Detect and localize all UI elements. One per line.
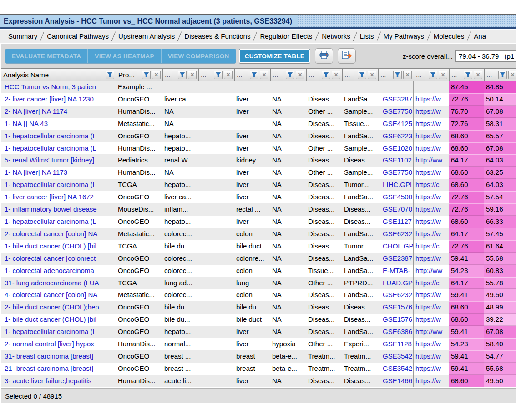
- cell-dataset-id[interactable]: GSE2387: [378, 253, 414, 265]
- filter-funnel-icon[interactable]: [358, 71, 366, 79]
- cell-dataset-id[interactable]: LUAD.GP: [378, 277, 414, 289]
- column-header-analysis-name[interactable]: Analysis Name: [1, 68, 116, 81]
- cell-dataset-url[interactable]: https://w: [414, 375, 449, 387]
- cell-analysis-name[interactable]: 1- liver cancer [liver] NA 1672: [1, 191, 116, 203]
- filter-funnel-icon[interactable]: [393, 71, 402, 79]
- cell-analysis-name[interactable]: 1- bile duct cancer (CHOL) [bil: [1, 240, 116, 253]
- cell-dataset-id[interactable]: GSE1576: [378, 301, 414, 314]
- filter-funnel-icon[interactable]: [498, 71, 507, 79]
- cell-analysis-name[interactable]: 5- renal Wilms' tumor [kidney]: [1, 154, 116, 167]
- table-row[interactable]: 1- hepatocellular carcinoma (LOncoGEOhep…: [1, 130, 516, 142]
- cell-analysis-name[interactable]: 1- hepatocellular carcinoma (L: [1, 326, 116, 338]
- column-header-3[interactable]: ...✕: [198, 68, 234, 81]
- tab-ana[interactable]: Ana: [469, 30, 491, 42]
- filter-funnel-icon[interactable]: [429, 71, 437, 79]
- cell-dataset-url[interactable]: https://w: [414, 350, 449, 363]
- cell-dataset-id[interactable]: GSE7750: [378, 167, 414, 179]
- table-row[interactable]: 2- normal control [liver] hypoxHumanDis.…: [1, 338, 516, 350]
- table-row[interactable]: 2- bile duct cancer (CHOL);hepOncoGEObil…: [1, 301, 516, 314]
- table-row[interactable]: 2- colorectal cancer [colon] NAMetastati…: [1, 228, 516, 240]
- cell-analysis-name[interactable]: HCC Tumor vs Norm, 3 patien: [1, 81, 116, 93]
- cell-dataset-url[interactable]: https://c: [414, 179, 449, 191]
- table-row[interactable]: 31- lung adenocarcinoma (LUATCGAlung ad.…: [1, 277, 516, 289]
- cell-dataset-id[interactable]: GSE4500: [378, 191, 414, 203]
- cell-dataset-url[interactable]: https://w: [414, 314, 449, 326]
- remove-column-icon[interactable]: ✕: [188, 71, 197, 79]
- cell-dataset-url[interactable]: http://ww: [414, 154, 449, 167]
- cell-dataset-url[interactable]: https://w: [414, 216, 449, 228]
- cell-analysis-name[interactable]: 1- inflammatory bowel disease: [1, 203, 116, 216]
- cell-analysis-name[interactable]: 31- lung adenocarcinoma (LUA: [1, 277, 116, 289]
- cell-dataset-url[interactable]: https://w: [414, 93, 449, 106]
- cell-dataset-url[interactable]: https://w: [414, 253, 449, 265]
- remove-column-icon[interactable]: ✕: [439, 71, 447, 79]
- export-report-button[interactable]: [338, 48, 356, 64]
- cell-dataset-id[interactable]: GSE1128: [378, 338, 414, 350]
- cell-dataset-id[interactable]: GSE3542: [378, 363, 414, 375]
- cell-analysis-name[interactable]: 31- breast carcinoma [breast]: [1, 350, 116, 363]
- table-row[interactable]: 2- liver cancer [liver] NA 1230OncoGEOli…: [1, 93, 516, 106]
- cell-dataset-id[interactable]: [378, 81, 414, 93]
- cell-dataset-url[interactable]: https://w: [414, 106, 449, 118]
- column-header-5[interactable]: ...✕: [270, 68, 306, 81]
- cell-dataset-id[interactable]: LIHC.GPL: [378, 179, 414, 191]
- remove-column-icon[interactable]: ✕: [260, 71, 268, 79]
- table-body[interactable]: HCC Tumor vs Norm, 3 patienExample ...87…: [1, 81, 516, 387]
- cell-dataset-id[interactable]: GSE1576: [378, 314, 414, 326]
- remove-column-icon[interactable]: ✕: [508, 71, 516, 79]
- customize-table-button[interactable]: CUSTOMIZE TABLE: [239, 49, 311, 64]
- table-row[interactable]: 1- colorectal cancer [colonrectOncoGEOco…: [1, 253, 516, 265]
- cell-analysis-name[interactable]: 1- colorectal cancer [colonrect: [1, 253, 116, 265]
- cell-dataset-url[interactable]: https://w: [414, 191, 449, 203]
- filter-funnel-icon[interactable]: [286, 71, 294, 79]
- remove-column-icon[interactable]: ✕: [152, 71, 161, 79]
- cell-dataset-id[interactable]: GSE3542: [378, 350, 414, 363]
- cell-analysis-name[interactable]: 1- hepatocellular carcinoma (L: [1, 179, 116, 191]
- column-header-1[interactable]: Pro...✕: [116, 68, 162, 81]
- cell-dataset-url[interactable]: https://w: [414, 363, 449, 375]
- cell-analysis-name[interactable]: 21- breast carcinoma [breast]: [1, 363, 116, 375]
- remove-column-icon[interactable]: ✕: [296, 71, 304, 79]
- tab-upstream-analysis[interactable]: Upstream Analysis: [114, 30, 179, 42]
- filter-funnel-icon[interactable]: [464, 71, 472, 79]
- cell-dataset-url[interactable]: https://w: [414, 301, 449, 314]
- column-header-10[interactable]: ...✕: [449, 68, 484, 81]
- cell-dataset-url[interactable]: https://c: [414, 277, 449, 289]
- table-row[interactable]: 21- breast carcinoma [breast]OncoGEObrea…: [1, 363, 516, 375]
- tab-summary[interactable]: Summary: [4, 30, 42, 42]
- cell-dataset-id[interactable]: GSE7070: [378, 203, 414, 216]
- cell-analysis-name[interactable]: 2- normal control [liver] hypox: [1, 338, 116, 350]
- column-header-8[interactable]: ...✕: [378, 68, 414, 81]
- column-header-11[interactable]: ...✕: [484, 68, 516, 81]
- tab-my-pathways[interactable]: My Pathways: [379, 30, 429, 42]
- table-row[interactable]: 2- NA [liver] NA 1174HumanDis...NAliverN…: [1, 106, 516, 118]
- cell-dataset-id[interactable]: GSE6232: [378, 228, 414, 240]
- remove-column-icon[interactable]: ✕: [224, 71, 233, 79]
- table-row[interactable]: 1- liver cancer [liver] NA 1672OncoGEOli…: [1, 191, 516, 203]
- table-row[interactable]: 1- NA [] NA 43Metastatic...NANADiseas...…: [1, 118, 516, 130]
- cell-dataset-id[interactable]: GSE1127: [378, 216, 414, 228]
- cell-dataset-url[interactable]: https://c: [414, 240, 449, 253]
- cell-dataset-url[interactable]: [414, 81, 449, 93]
- cell-analysis-name[interactable]: 2- colorectal cancer [colon] NA: [1, 228, 116, 240]
- cell-dataset-id[interactable]: GSE3287: [378, 93, 414, 106]
- window-title-bar[interactable]: Expression Analysis - HCC Tumor vs_ HCC …: [0, 14, 516, 29]
- cell-dataset-url[interactable]: http://ww: [414, 326, 449, 338]
- cell-dataset-id[interactable]: GSE1020: [378, 142, 414, 155]
- cell-dataset-id[interactable]: GSE6386: [378, 326, 414, 338]
- cell-dataset-id[interactable]: CHOL.GP: [378, 240, 414, 253]
- filter-funnel-icon[interactable]: [106, 71, 114, 79]
- cell-dataset-id[interactable]: GSE7750: [378, 106, 414, 118]
- tab-canonical-pathways[interactable]: Canonical Pathways: [42, 30, 113, 42]
- zscore-sort-label[interactable]: z-score overall...: [403, 52, 453, 60]
- column-header-6[interactable]: ...✕: [306, 68, 342, 81]
- remove-column-icon[interactable]: ✕: [332, 71, 340, 79]
- view-as-heatmap-button[interactable]: VIEW AS HEATMAP: [88, 49, 162, 63]
- table-row[interactable]: 3- acute liver failure;hepatitisHumanDis…: [1, 375, 516, 387]
- table-row[interactable]: HCC Tumor vs Norm, 3 patienExample ...87…: [1, 81, 516, 93]
- cell-dataset-id[interactable]: GSE4125: [378, 118, 414, 130]
- cell-dataset-url[interactable]: https://w: [414, 167, 449, 179]
- table-row[interactable]: 1- hepatocellular carcinoma (LHumanDis..…: [1, 142, 516, 155]
- cell-analysis-name[interactable]: 1- hepatocellular carcinoma (L: [1, 142, 116, 155]
- cell-dataset-id[interactable]: GSE6232: [378, 289, 414, 301]
